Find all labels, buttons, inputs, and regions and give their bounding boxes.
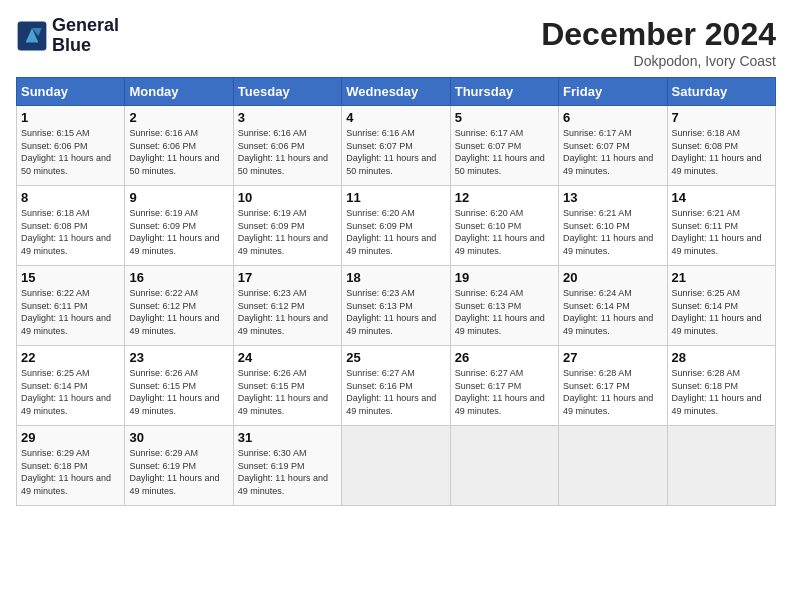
day-info: Sunrise: 6:28 AMSunset: 6:17 PMDaylight:… — [563, 367, 662, 417]
day-number: 6 — [563, 110, 662, 125]
weekday-header-friday: Friday — [559, 78, 667, 106]
day-info: Sunrise: 6:28 AMSunset: 6:18 PMDaylight:… — [672, 367, 771, 417]
calendar-cell: 16Sunrise: 6:22 AMSunset: 6:12 PMDayligh… — [125, 266, 233, 346]
weekday-header-monday: Monday — [125, 78, 233, 106]
calendar-cell: 8Sunrise: 6:18 AMSunset: 6:08 PMDaylight… — [17, 186, 125, 266]
calendar-cell: 4Sunrise: 6:16 AMSunset: 6:07 PMDaylight… — [342, 106, 450, 186]
calendar-cell: 1Sunrise: 6:15 AMSunset: 6:06 PMDaylight… — [17, 106, 125, 186]
calendar-cell — [450, 426, 558, 506]
logo-text: General Blue — [52, 16, 119, 56]
logo: General Blue — [16, 16, 119, 56]
day-number: 23 — [129, 350, 228, 365]
day-number: 5 — [455, 110, 554, 125]
calendar-cell: 6Sunrise: 6:17 AMSunset: 6:07 PMDaylight… — [559, 106, 667, 186]
day-number: 28 — [672, 350, 771, 365]
day-number: 20 — [563, 270, 662, 285]
weekday-header-tuesday: Tuesday — [233, 78, 341, 106]
location: Dokpodon, Ivory Coast — [541, 53, 776, 69]
day-info: Sunrise: 6:19 AMSunset: 6:09 PMDaylight:… — [129, 207, 228, 257]
calendar-cell: 12Sunrise: 6:20 AMSunset: 6:10 PMDayligh… — [450, 186, 558, 266]
day-info: Sunrise: 6:26 AMSunset: 6:15 PMDaylight:… — [129, 367, 228, 417]
day-info: Sunrise: 6:22 AMSunset: 6:12 PMDaylight:… — [129, 287, 228, 337]
weekday-header-wednesday: Wednesday — [342, 78, 450, 106]
day-info: Sunrise: 6:21 AMSunset: 6:11 PMDaylight:… — [672, 207, 771, 257]
day-number: 30 — [129, 430, 228, 445]
day-number: 16 — [129, 270, 228, 285]
calendar-cell: 29Sunrise: 6:29 AMSunset: 6:18 PMDayligh… — [17, 426, 125, 506]
title-block: December 2024 Dokpodon, Ivory Coast — [541, 16, 776, 69]
day-info: Sunrise: 6:19 AMSunset: 6:09 PMDaylight:… — [238, 207, 337, 257]
calendar-cell — [667, 426, 775, 506]
weekday-header-saturday: Saturday — [667, 78, 775, 106]
day-number: 3 — [238, 110, 337, 125]
day-number: 29 — [21, 430, 120, 445]
calendar-cell: 2Sunrise: 6:16 AMSunset: 6:06 PMDaylight… — [125, 106, 233, 186]
calendar-cell: 23Sunrise: 6:26 AMSunset: 6:15 PMDayligh… — [125, 346, 233, 426]
day-info: Sunrise: 6:15 AMSunset: 6:06 PMDaylight:… — [21, 127, 120, 177]
day-info: Sunrise: 6:21 AMSunset: 6:10 PMDaylight:… — [563, 207, 662, 257]
day-info: Sunrise: 6:18 AMSunset: 6:08 PMDaylight:… — [21, 207, 120, 257]
calendar-cell: 30Sunrise: 6:29 AMSunset: 6:19 PMDayligh… — [125, 426, 233, 506]
day-number: 27 — [563, 350, 662, 365]
day-number: 1 — [21, 110, 120, 125]
day-info: Sunrise: 6:16 AMSunset: 6:06 PMDaylight:… — [238, 127, 337, 177]
day-info: Sunrise: 6:20 AMSunset: 6:10 PMDaylight:… — [455, 207, 554, 257]
day-number: 13 — [563, 190, 662, 205]
calendar-cell: 19Sunrise: 6:24 AMSunset: 6:13 PMDayligh… — [450, 266, 558, 346]
day-info: Sunrise: 6:22 AMSunset: 6:11 PMDaylight:… — [21, 287, 120, 337]
calendar-cell: 27Sunrise: 6:28 AMSunset: 6:17 PMDayligh… — [559, 346, 667, 426]
calendar-cell: 25Sunrise: 6:27 AMSunset: 6:16 PMDayligh… — [342, 346, 450, 426]
day-info: Sunrise: 6:29 AMSunset: 6:18 PMDaylight:… — [21, 447, 120, 497]
calendar-cell: 17Sunrise: 6:23 AMSunset: 6:12 PMDayligh… — [233, 266, 341, 346]
day-info: Sunrise: 6:27 AMSunset: 6:17 PMDaylight:… — [455, 367, 554, 417]
calendar-cell: 3Sunrise: 6:16 AMSunset: 6:06 PMDaylight… — [233, 106, 341, 186]
day-info: Sunrise: 6:25 AMSunset: 6:14 PMDaylight:… — [672, 287, 771, 337]
day-info: Sunrise: 6:18 AMSunset: 6:08 PMDaylight:… — [672, 127, 771, 177]
calendar-cell: 18Sunrise: 6:23 AMSunset: 6:13 PMDayligh… — [342, 266, 450, 346]
calendar-cell: 11Sunrise: 6:20 AMSunset: 6:09 PMDayligh… — [342, 186, 450, 266]
calendar-cell: 10Sunrise: 6:19 AMSunset: 6:09 PMDayligh… — [233, 186, 341, 266]
calendar-cell: 22Sunrise: 6:25 AMSunset: 6:14 PMDayligh… — [17, 346, 125, 426]
day-number: 31 — [238, 430, 337, 445]
calendar-cell: 9Sunrise: 6:19 AMSunset: 6:09 PMDaylight… — [125, 186, 233, 266]
day-number: 26 — [455, 350, 554, 365]
day-info: Sunrise: 6:17 AMSunset: 6:07 PMDaylight:… — [455, 127, 554, 177]
calendar-cell: 20Sunrise: 6:24 AMSunset: 6:14 PMDayligh… — [559, 266, 667, 346]
logo-icon — [16, 20, 48, 52]
day-info: Sunrise: 6:23 AMSunset: 6:13 PMDaylight:… — [346, 287, 445, 337]
day-number: 9 — [129, 190, 228, 205]
day-info: Sunrise: 6:24 AMSunset: 6:14 PMDaylight:… — [563, 287, 662, 337]
day-number: 21 — [672, 270, 771, 285]
day-number: 14 — [672, 190, 771, 205]
day-info: Sunrise: 6:20 AMSunset: 6:09 PMDaylight:… — [346, 207, 445, 257]
calendar-cell — [559, 426, 667, 506]
day-number: 8 — [21, 190, 120, 205]
weekday-header-thursday: Thursday — [450, 78, 558, 106]
calendar-cell: 28Sunrise: 6:28 AMSunset: 6:18 PMDayligh… — [667, 346, 775, 426]
day-number: 19 — [455, 270, 554, 285]
calendar-cell: 13Sunrise: 6:21 AMSunset: 6:10 PMDayligh… — [559, 186, 667, 266]
day-number: 2 — [129, 110, 228, 125]
day-info: Sunrise: 6:23 AMSunset: 6:12 PMDaylight:… — [238, 287, 337, 337]
day-number: 4 — [346, 110, 445, 125]
page-header: General Blue December 2024 Dokpodon, Ivo… — [16, 16, 776, 69]
day-number: 17 — [238, 270, 337, 285]
day-number: 18 — [346, 270, 445, 285]
calendar-cell: 7Sunrise: 6:18 AMSunset: 6:08 PMDaylight… — [667, 106, 775, 186]
month-year: December 2024 — [541, 16, 776, 53]
calendar-table: SundayMondayTuesdayWednesdayThursdayFrid… — [16, 77, 776, 506]
calendar-cell: 26Sunrise: 6:27 AMSunset: 6:17 PMDayligh… — [450, 346, 558, 426]
day-info: Sunrise: 6:16 AMSunset: 6:06 PMDaylight:… — [129, 127, 228, 177]
day-number: 22 — [21, 350, 120, 365]
day-info: Sunrise: 6:17 AMSunset: 6:07 PMDaylight:… — [563, 127, 662, 177]
day-info: Sunrise: 6:25 AMSunset: 6:14 PMDaylight:… — [21, 367, 120, 417]
calendar-cell — [342, 426, 450, 506]
calendar-cell: 24Sunrise: 6:26 AMSunset: 6:15 PMDayligh… — [233, 346, 341, 426]
day-info: Sunrise: 6:24 AMSunset: 6:13 PMDaylight:… — [455, 287, 554, 337]
day-info: Sunrise: 6:29 AMSunset: 6:19 PMDaylight:… — [129, 447, 228, 497]
weekday-header-sunday: Sunday — [17, 78, 125, 106]
day-number: 7 — [672, 110, 771, 125]
day-number: 10 — [238, 190, 337, 205]
day-number: 24 — [238, 350, 337, 365]
day-info: Sunrise: 6:30 AMSunset: 6:19 PMDaylight:… — [238, 447, 337, 497]
